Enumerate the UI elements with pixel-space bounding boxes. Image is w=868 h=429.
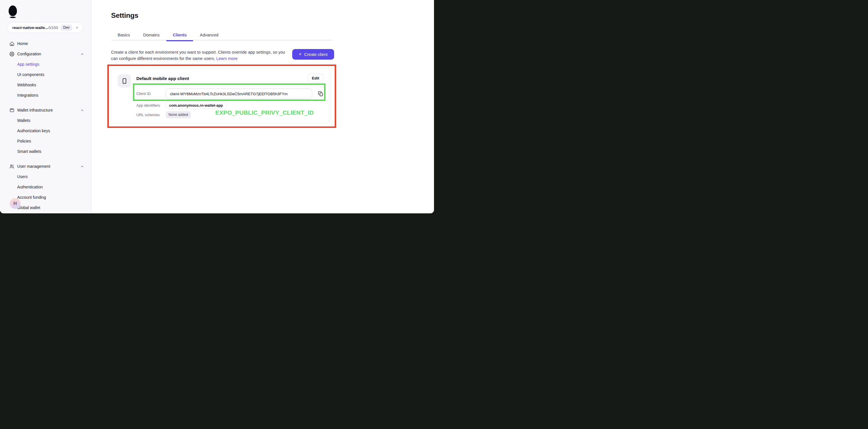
user-avatar[interactable]: H [10,198,20,209]
edit-client-button[interactable]: Edit [308,73,324,83]
tab-label: Basics [118,33,130,37]
sidebar-item-integrations[interactable]: Integrations [0,90,92,100]
sidebar-item-app-settings[interactable]: App settings [0,59,92,69]
sidebar-item-label: Smart wallets [17,149,41,154]
copy-icon[interactable] [318,91,324,97]
sidebar-item-users[interactable]: Users [0,171,92,182]
sidebar-item-label: Policies [17,139,31,143]
app-identifier-chip: com.anonymous.rn-wallet-app [166,101,226,109]
nav-section-gap [0,157,92,161]
sidebar-item-smart-wallets[interactable]: Smart wallets [0,146,92,157]
sidebar-item-label: Wallets [17,118,30,123]
url-schemes-chip: None added [166,111,191,118]
sidebar-item-wallet-infrastructure[interactable]: Wallet infrastructure [0,105,92,115]
tab-label: Domains [143,33,160,37]
privy-logo [9,5,17,18]
sidebar-item-wallets[interactable]: Wallets [0,115,92,126]
sidebar-item-label: Wallet infrastructure [17,108,53,112]
sidebar-nav: Home Configuration App settings UI compo… [0,38,92,213]
privy-logo-egg [9,5,17,16]
settings-tabs: Basics Domains Clients Advanced [111,30,225,40]
sidebar-item-authentication[interactable]: Authentication [0,182,92,192]
sidebar-item-home[interactable]: Home [0,38,92,49]
tab-domains[interactable]: Domains [136,30,166,40]
sidebar-item-policies[interactable]: Policies [0,136,92,146]
wallet-icon [9,108,14,113]
main-content: Settings Basics Domains Clients Advanced… [92,0,434,213]
chevron-up-icon [81,165,84,168]
sidebar-item-label: User management [17,164,50,169]
sidebar-item-configuration[interactable]: Configuration [0,49,92,59]
sidebar-item-label: Authorization keys [17,129,50,133]
tab-clients[interactable]: Clients [166,30,193,40]
url-schemes-label: URL schemes [136,113,160,117]
environment-badge: Dev [61,25,72,31]
sidebar-item-authorization-keys[interactable]: Authorization keys [0,126,92,136]
client-card-title: Default mobile app client [136,76,189,81]
gear-icon [9,52,14,57]
sidebar-item-user-management[interactable]: User management [0,161,92,171]
chevron-up-icon [81,108,84,112]
workspace-selector[interactable]: react-native-walle... 0/150 Dev [7,22,83,33]
tab-label: Advanced [200,33,218,37]
app-identifiers-label: App identifiers [136,103,160,107]
client-id-input[interactable] [166,89,312,99]
client-id-label: Client ID [136,92,151,96]
learn-more-link[interactable]: Learn more [216,56,237,61]
app-window: react-native-walle... 0/150 Dev Home Con… [0,0,434,213]
sidebar-item-label: Account funding [17,195,46,200]
chevron-down-icon [75,26,79,30]
clients-description: Create a client for each environment you… [111,49,286,62]
mobile-device-icon [118,74,131,88]
sidebar-item-label: Webhooks [17,82,36,87]
clients-description-text: Create a client for each environment you… [111,50,285,61]
users-icon [9,164,14,169]
chevron-up-icon [81,52,84,56]
workspace-name: react-native-walle... [12,26,48,30]
tab-label: Clients [173,33,187,37]
create-client-button[interactable]: + Create client [292,49,334,60]
tab-basics[interactable]: Basics [111,30,136,40]
privy-logo-base [10,16,16,18]
page-title: Settings [111,11,138,20]
sidebar-item-webhooks[interactable]: Webhooks [0,80,92,90]
sidebar-item-label: Users [17,174,28,179]
avatar-initial: H [13,201,17,206]
home-icon [9,41,14,46]
sidebar-item-label: App settings [17,62,39,67]
create-client-label: Create client [304,52,328,57]
sidebar-item-label: UI components [17,72,44,77]
sidebar-item-label: Home [17,41,28,46]
sidebar-item-label: Global wallet [17,205,40,210]
plus-icon: + [299,51,302,57]
sidebar-item-ui-components[interactable]: UI components [0,69,92,80]
sidebar-item-label: Configuration [17,52,41,56]
sidebar: react-native-walle... 0/150 Dev Home Con… [0,0,92,213]
client-card: Default mobile app client Edit Client ID… [111,68,330,123]
workspace-usage: 0/150 [49,26,58,30]
nav-section-gap [0,100,92,105]
tab-advanced[interactable]: Advanced [193,30,225,40]
sidebar-item-label: Integrations [17,93,38,98]
sidebar-item-label: Authentication [17,185,43,189]
